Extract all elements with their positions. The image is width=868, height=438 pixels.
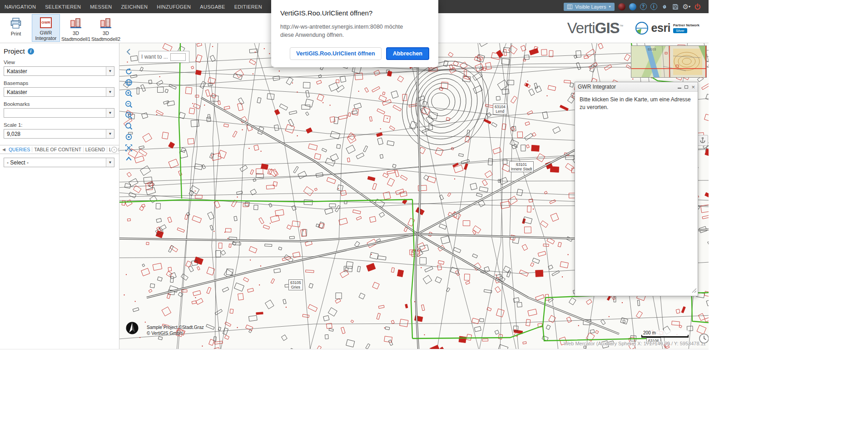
close-icon[interactable]: × (691, 84, 695, 90)
open-urlclient-button[interactable]: VertiGIS.Roo.UrlClient öffnen (290, 47, 382, 60)
overview-district-label: 63103 (648, 48, 656, 51)
basemaps-select[interactable]: Kataster ▼ (4, 87, 114, 97)
gwr-panel-title: GWR Integrator (578, 84, 616, 90)
tab-table-of-content[interactable]: TABLE OF CONTENT (32, 147, 84, 152)
dialog-body: http://w-ws-antretter.synergis.intern:80… (280, 23, 417, 39)
map-attribution: Sample Project ©Stadt.Graz © VertiGIS Gm… (147, 325, 204, 336)
overview-map[interactable]: 63103 (631, 45, 707, 78)
print-label: Print (11, 31, 21, 37)
menu-navigation[interactable]: NAVIGATION (0, 4, 40, 10)
esri-globe-icon (635, 21, 649, 35)
map-area: 63104Lend 63101Innere Stadt 63105Gries 6… (119, 43, 709, 349)
collapse-toolstrip-icon[interactable] (124, 154, 133, 163)
stadtmodell2-button[interactable]: 3DStadtmodell2 (92, 14, 120, 42)
scalebar-bar (641, 335, 689, 338)
district-label: 63101Innere Stadt (509, 161, 534, 172)
stadtmodell1-label: 3DStadtmodell1 (61, 30, 90, 42)
brand-area: VertiGIS™ esri Partner Network Silver (567, 13, 709, 43)
sidebar-collapse-button[interactable] (125, 48, 132, 56)
partner-network-badge: Partner Network Silver (673, 23, 699, 33)
3d-buildings-icon (69, 17, 82, 29)
scale-select[interactable]: 9,028 ▼ (4, 129, 114, 139)
minimize-icon[interactable] (678, 85, 681, 89)
gwr-icon: GWR (40, 17, 52, 29)
i-want-to-label: I want to ... (141, 54, 168, 60)
tabs-overflow-icon[interactable]: › (118, 147, 119, 153)
tabs-scroll-right-icon[interactable]: › (111, 147, 117, 153)
layers-grid-icon (567, 5, 572, 9)
print-button[interactable]: Print (2, 14, 30, 42)
chevron-down-icon: ▼ (106, 129, 114, 138)
globe-icon[interactable] (124, 78, 133, 87)
chevron-down-icon: ▾ (609, 5, 611, 9)
power-icon[interactable] (694, 3, 701, 10)
tab-queries[interactable]: QUERIES (7, 147, 32, 152)
menu-editieren[interactable]: EDITIEREN (230, 4, 267, 10)
info-icon[interactable]: i (650, 3, 657, 10)
bookmarks-select[interactable]: ▼ (4, 108, 114, 118)
basemaps-label: Basemaps (4, 80, 114, 86)
gwr-integrator-button[interactable]: GWR GWRIntegrator (32, 14, 60, 42)
dialog-title: VertiGIS.Roo.UrlClient öffnen? (280, 9, 429, 17)
link-icon[interactable] (661, 3, 668, 10)
district-label: 63105Gries (288, 279, 303, 290)
chevron-down-icon: ▼ (106, 158, 114, 167)
gear-icon[interactable]: ⚙▾ (683, 3, 690, 10)
anchor-tool-icon[interactable] (697, 135, 708, 146)
menu-zeichnen[interactable]: ZEICHNEN (117, 4, 153, 10)
stadtmodell2-label: 3DStadtmodell2 (91, 30, 120, 42)
menu-selektieren[interactable]: SELEKTIEREN (40, 4, 85, 10)
scalebar: 200 m (641, 330, 689, 338)
project-title: Project (4, 47, 25, 55)
i-want-to-input[interactable] (170, 53, 186, 61)
i-want-to-widget[interactable]: I want to ... (139, 51, 189, 63)
menu-hinzufuegen[interactable]: HINZUFÜGEN (152, 4, 195, 10)
zoom-in-icon[interactable] (124, 89, 133, 98)
gwr-integrator-panel: GWR Integrator × Bitte klicken Sie in di… (575, 82, 698, 296)
rotate-view-icon[interactable] (124, 67, 133, 76)
coordinate-readout: Web Mercator (Auxiliary Sphere) X: 17171… (564, 341, 706, 346)
project-info-icon[interactable]: i (28, 48, 34, 55)
gwr-panel-body: Bitte klicken Sie in die Karte, um eine … (575, 92, 698, 296)
sidebar-tabstrip: ◀ QUERIES TABLE OF CONTENT LEGEND L › › (0, 145, 119, 154)
north-arrow-icon (125, 321, 139, 337)
map-toolstrip (124, 67, 133, 163)
view-label: View (4, 60, 114, 65)
view-select[interactable]: Kataster ▼ (4, 66, 114, 76)
restore-icon[interactable] (684, 85, 688, 89)
center-map-icon[interactable] (124, 132, 133, 141)
menu-messen[interactable]: MESSEN (85, 4, 116, 10)
scale-value: 9,028 (7, 131, 20, 137)
query-select-placeholder: - Select - (7, 159, 29, 166)
gwr-integrator-label: GWRIntegrator (35, 30, 56, 41)
visible-layers-button[interactable]: Visible Layers ▾ (564, 3, 614, 11)
tab-legend[interactable]: LEGEND (84, 147, 107, 152)
brand-globe-icon[interactable] (629, 3, 636, 10)
help-icon[interactable]: ? (640, 3, 647, 10)
printer-icon (10, 17, 22, 30)
language-globe-icon[interactable] (618, 3, 625, 10)
gwr-panel-header[interactable]: GWR Integrator × (575, 82, 698, 92)
query-select[interactable]: - Select - ▼ (4, 158, 114, 167)
chevron-down-icon: ▼ (106, 67, 114, 75)
tab-truncated[interactable]: L (107, 147, 111, 152)
zoom-scale-icon[interactable] (124, 110, 133, 119)
cancel-button[interactable]: Abbrechen (386, 47, 429, 60)
bookmarks-label: Bookmarks (4, 101, 114, 107)
resize-handle[interactable] (692, 287, 697, 295)
visible-layers-label: Visible Layers (575, 4, 606, 10)
stadtmodell1-button[interactable]: 3DStadtmodell1 (62, 14, 90, 42)
esri-wordmark: esri (651, 21, 670, 35)
zoom-out-icon[interactable] (124, 100, 133, 109)
history-clock-icon[interactable] (699, 333, 709, 346)
chevron-down-icon: ▾ (689, 5, 690, 9)
scale-label: Scale 1: (4, 122, 114, 128)
zoom-window-icon[interactable] (124, 121, 133, 130)
full-extent-icon[interactable] (124, 143, 133, 152)
tabs-scroll-left-icon[interactable]: ◀ (1, 147, 7, 152)
project-sidebar: Project i View Kataster ▼ Basemaps Katas… (0, 43, 119, 349)
esri-logo: esri Partner Network Silver (635, 21, 699, 35)
save-icon[interactable] (672, 3, 679, 10)
menubar-right-cluster: Visible Layers ▾ ? i ⚙▾ (564, 3, 709, 11)
menu-ausgabe[interactable]: AUSGABE (195, 4, 229, 10)
